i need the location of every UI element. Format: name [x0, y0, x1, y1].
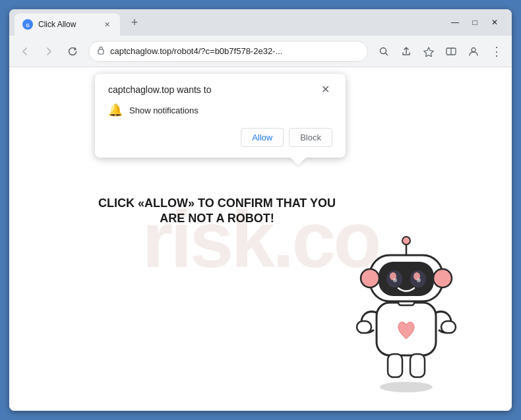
- minimize-button[interactable]: —: [446, 13, 464, 32]
- browser-window: G Click Allow ✕ + — □ ✕: [9, 9, 512, 411]
- new-tab-button[interactable]: +: [125, 13, 144, 32]
- share-button[interactable]: [396, 41, 417, 62]
- svg-point-26: [402, 237, 410, 245]
- svg-rect-11: [441, 321, 456, 333]
- svg-text:G: G: [26, 23, 30, 28]
- profile-button[interactable]: [463, 41, 484, 62]
- svg-point-24: [417, 278, 421, 282]
- notification-popup: captchaglow.top wants to ✕ 🔔 Show notifi…: [95, 74, 346, 158]
- main-message-container: CLICK «ALLOW» TO CONFIRM THAT YOU ARE NO…: [95, 196, 339, 227]
- popup-close-button[interactable]: ✕: [319, 84, 332, 95]
- title-bar: G Click Allow ✕ + — □ ✕: [9, 9, 512, 36]
- toolbar-actions: ⋮: [373, 41, 506, 62]
- bookmark-button[interactable]: [418, 41, 439, 62]
- active-tab[interactable]: G Click Allow ✕: [15, 13, 120, 36]
- maximize-button[interactable]: □: [466, 13, 484, 32]
- svg-rect-2: [98, 49, 104, 54]
- tab-favicon: G: [22, 19, 33, 30]
- address-bar[interactable]: captchaglow.top/robot4/?c=b0b7f578-2e32-…: [88, 41, 368, 62]
- refresh-button[interactable]: [62, 41, 83, 62]
- robot-illustration: [340, 224, 472, 398]
- popup-header: captchaglow.top wants to ✕: [108, 84, 332, 95]
- url-text: captchaglow.top/robot4/?c=b0b7f578-2e32-…: [110, 46, 359, 56]
- svg-rect-10: [357, 321, 371, 333]
- split-view-button[interactable]: [441, 41, 462, 62]
- svg-point-8: [380, 382, 433, 392]
- forward-button[interactable]: [38, 41, 59, 62]
- window-controls: — □ ✕: [446, 13, 506, 32]
- svg-point-7: [472, 47, 475, 51]
- svg-point-15: [365, 273, 375, 284]
- svg-point-17: [437, 273, 448, 284]
- tab-title: Click Allow: [38, 20, 96, 29]
- notification-label: Show notifications: [129, 105, 199, 115]
- popup-title: captchaglow.top wants to: [108, 84, 211, 95]
- svg-rect-27: [388, 354, 402, 377]
- search-button[interactable]: [373, 41, 394, 62]
- back-button[interactable]: [15, 41, 36, 62]
- page-content: risk.co captchaglow.top wants to ✕ 🔔 Sho…: [9, 67, 512, 411]
- tab-close-button[interactable]: ✕: [102, 19, 112, 30]
- svg-rect-28: [410, 354, 425, 377]
- window-close-button[interactable]: ✕: [485, 13, 504, 32]
- svg-point-23: [393, 278, 397, 282]
- svg-marker-4: [424, 47, 433, 57]
- menu-button[interactable]: ⋮: [485, 41, 506, 62]
- allow-button[interactable]: Allow: [241, 128, 284, 147]
- notification-row: 🔔 Show notifications: [108, 103, 332, 117]
- main-message-text: CLICK «ALLOW» TO CONFIRM THAT YOU ARE NO…: [98, 196, 336, 225]
- toolbar: captchaglow.top/robot4/?c=b0b7f578-2e32-…: [9, 36, 512, 67]
- bell-icon: 🔔: [108, 103, 123, 117]
- popup-buttons: Allow Block: [108, 128, 332, 147]
- lock-icon: [97, 45, 105, 57]
- block-button[interactable]: Block: [289, 128, 332, 147]
